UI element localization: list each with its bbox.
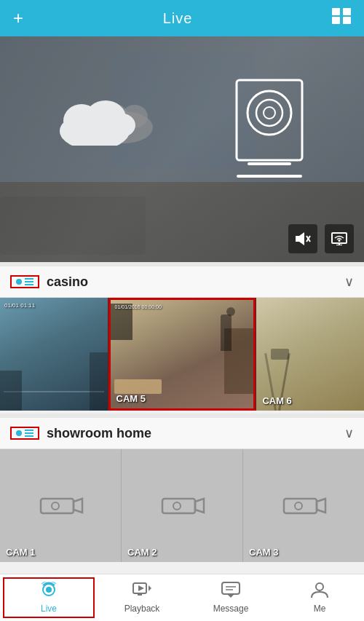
cam1-label: CAM 1 xyxy=(6,547,35,558)
svg-point-33 xyxy=(173,502,181,510)
nav-item-playback[interactable]: Playback xyxy=(98,574,186,621)
svg-rect-44 xyxy=(222,582,240,594)
svg-rect-2 xyxy=(332,17,340,24)
showroom-group-name: showroom home xyxy=(47,426,344,441)
svg-point-18 xyxy=(264,107,275,119)
svg-point-27 xyxy=(339,240,341,242)
cam3-offline-icon xyxy=(280,493,328,518)
showroom-cam-1[interactable]: CAM 1 xyxy=(0,449,122,562)
cam1-offline xyxy=(0,449,121,562)
badge-lines xyxy=(25,278,33,285)
showroom-camera-grid: CAM 1 CAM 2 CAM 3 xyxy=(0,449,364,562)
badge-line xyxy=(25,432,33,434)
svg-rect-34 xyxy=(284,499,317,513)
cam1-offline-icon xyxy=(37,493,84,518)
svg-marker-35 xyxy=(317,499,325,513)
live-icon xyxy=(39,582,58,601)
casino-group-header[interactable]: casino ∨ xyxy=(0,266,364,298)
me-icon xyxy=(310,582,329,601)
cast-button[interactable] xyxy=(325,224,354,253)
svg-rect-31 xyxy=(162,499,195,513)
cam6-label: CAM 6 xyxy=(262,395,291,406)
badge-line xyxy=(25,284,33,285)
casino-badge xyxy=(10,275,39,288)
page-title: Live xyxy=(163,10,193,27)
camera-device-icon xyxy=(229,76,309,189)
svg-marker-29 xyxy=(74,499,82,513)
cam2-label: CAM 2 xyxy=(127,547,157,558)
cam4-timestamp: 01/01 01:11 xyxy=(4,302,35,309)
bottom-navigation: Live Playback Message xyxy=(0,574,364,621)
badge-line xyxy=(25,435,33,437)
svg-point-38 xyxy=(46,587,52,593)
svg-point-14 xyxy=(109,114,135,137)
hero-controls xyxy=(288,224,354,253)
badge-line xyxy=(25,430,33,431)
nav-item-message[interactable]: Message xyxy=(186,574,275,621)
svg-rect-3 xyxy=(343,17,351,24)
svg-point-48 xyxy=(316,583,323,590)
cam2-offline-icon xyxy=(159,493,206,518)
hero-camera-view xyxy=(0,36,364,262)
svg-rect-1 xyxy=(343,8,351,15)
svg-rect-0 xyxy=(332,8,340,15)
badge-dot xyxy=(16,279,22,285)
showroom-cam-2[interactable]: CAM 2 xyxy=(122,449,243,562)
svg-point-17 xyxy=(256,100,282,126)
svg-rect-20 xyxy=(237,175,302,178)
cam2-offline xyxy=(122,449,242,562)
badge-line xyxy=(25,281,33,282)
showroom-badge-dot xyxy=(16,430,22,436)
nav-item-live[interactable]: Live xyxy=(3,577,95,618)
svg-point-36 xyxy=(295,502,302,510)
playback-label: Playback xyxy=(124,604,160,614)
showroom-chevron: ∨ xyxy=(344,425,354,441)
showroom-group-header[interactable]: showroom home ∨ xyxy=(0,418,364,449)
me-label: Me xyxy=(314,604,326,614)
casino-group: casino ∨ 01/01 01:11 xyxy=(0,266,364,411)
message-icon xyxy=(221,582,240,601)
svg-point-16 xyxy=(248,91,291,135)
svg-marker-43 xyxy=(138,585,144,591)
app-header: + Live xyxy=(0,0,364,36)
casino-cam-6[interactable]: CAM 6 xyxy=(256,298,364,411)
casino-group-name: casino xyxy=(47,274,344,290)
nav-item-me[interactable]: Me xyxy=(275,574,364,621)
svg-marker-40 xyxy=(149,585,151,591)
svg-rect-19 xyxy=(248,162,291,165)
svg-rect-6 xyxy=(0,197,146,255)
svg-point-30 xyxy=(52,502,59,510)
casino-cam-5[interactable]: 01/01/2016 00:00:00 CAM 5 xyxy=(108,298,256,411)
svg-marker-32 xyxy=(195,499,204,513)
grid-view-button[interactable] xyxy=(332,8,351,28)
svg-marker-45 xyxy=(227,594,234,598)
playback-icon xyxy=(132,582,151,601)
casino-chevron: ∨ xyxy=(344,274,354,290)
cam5-label: CAM 5 xyxy=(116,393,146,404)
cam3-offline xyxy=(243,449,364,562)
mute-button[interactable] xyxy=(288,224,317,253)
cam3-label: CAM 3 xyxy=(249,547,278,558)
showroom-cam-3[interactable]: CAM 3 xyxy=(243,449,364,562)
live-label: Live xyxy=(41,604,57,614)
casino-cam-4[interactable]: 01/01 01:11 xyxy=(0,298,108,411)
badge-line xyxy=(25,278,33,280)
message-label: Message xyxy=(213,604,249,614)
cam5-timestamp: 01/01/2016 00:00:00 xyxy=(115,304,162,309)
svg-marker-21 xyxy=(296,232,304,245)
showroom-badge xyxy=(10,427,39,440)
showroom-badge-lines xyxy=(25,430,33,437)
svg-rect-28 xyxy=(41,499,74,513)
cloud-icon xyxy=(58,87,153,149)
casino-camera-grid: 01/01 01:11 01/01/2016 00:00:00 CAM 5 xyxy=(0,298,364,411)
showroom-group: showroom home ∨ CAM 1 xyxy=(0,418,364,562)
add-button[interactable]: + xyxy=(13,8,23,28)
